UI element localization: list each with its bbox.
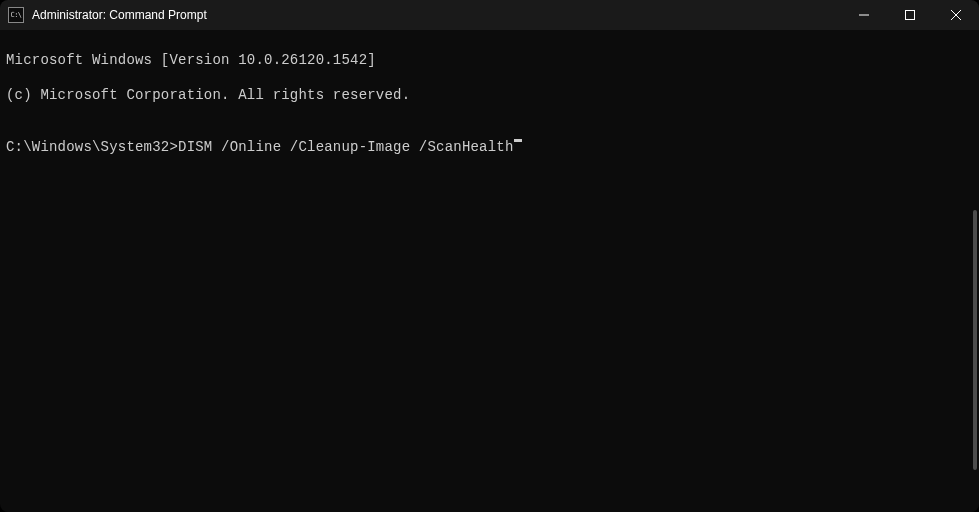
svg-rect-1	[906, 11, 915, 20]
command-text: DISM /Online /Cleanup-Image /ScanHealth	[178, 139, 513, 157]
close-icon	[951, 10, 961, 20]
cmd-icon: C:\	[8, 7, 24, 23]
maximize-button[interactable]	[887, 0, 933, 30]
maximize-icon	[905, 10, 915, 20]
window-titlebar[interactable]: C:\ Administrator: Command Prompt	[0, 0, 979, 30]
minimize-button[interactable]	[841, 0, 887, 30]
copyright-line: (c) Microsoft Corporation. All rights re…	[6, 87, 973, 105]
window-controls	[841, 0, 979, 30]
scrollbar-track[interactable]	[971, 30, 977, 512]
close-button[interactable]	[933, 0, 979, 30]
prompt-line: C:\Windows\System32>DISM /Online /Cleanu…	[6, 139, 973, 157]
window-title: Administrator: Command Prompt	[32, 8, 841, 22]
cursor	[514, 139, 522, 142]
version-line: Microsoft Windows [Version 10.0.26120.15…	[6, 52, 973, 70]
prompt-path: C:\Windows\System32>	[6, 139, 178, 157]
scrollbar-thumb[interactable]	[973, 210, 977, 470]
minimize-icon	[859, 10, 869, 20]
terminal-output[interactable]: Microsoft Windows [Version 10.0.26120.15…	[0, 30, 979, 512]
